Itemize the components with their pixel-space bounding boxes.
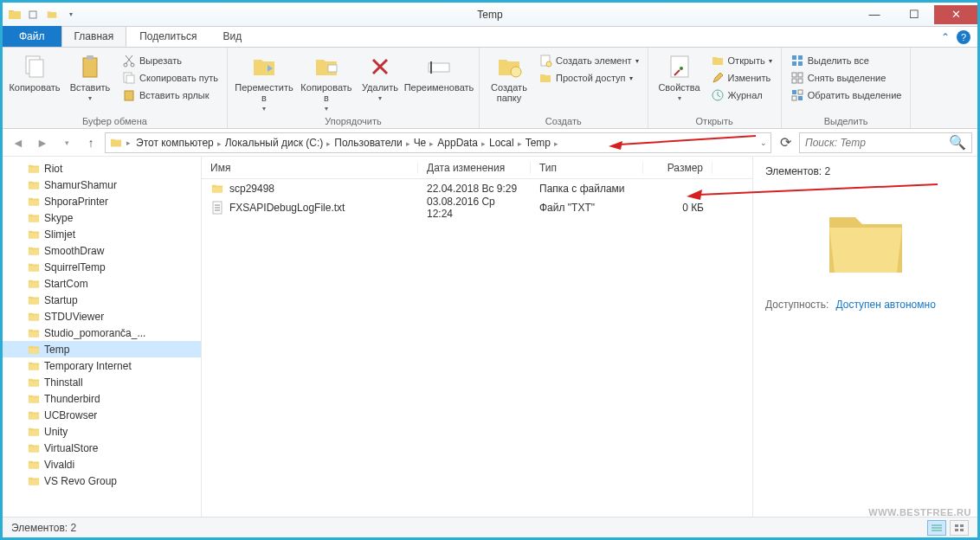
folder-icon — [8, 8, 22, 22]
invertselect-button[interactable]: Обратить выделение — [787, 87, 906, 103]
col-size[interactable]: Размер — [643, 162, 712, 174]
pasteshortcut-button[interactable]: Вставить ярлык — [119, 87, 222, 103]
easyaccess-button[interactable]: Простой доступ ▾ — [535, 70, 642, 86]
tree-item[interactable]: ShporaPrinter — [3, 193, 201, 209]
copyto-button[interactable]: Копировать в▾ — [297, 49, 356, 112]
details-view-button[interactable] — [927, 520, 946, 536]
tree-item[interactable]: Temp — [3, 341, 201, 357]
qat-button[interactable] — [25, 7, 41, 22]
history-button[interactable]: Журнал — [707, 87, 776, 103]
svg-rect-27 — [792, 90, 796, 94]
tree-item[interactable]: STDUViewer — [3, 308, 201, 325]
refresh-button[interactable]: ⟳ — [775, 132, 796, 153]
rename-button[interactable]: Переименовать — [404, 49, 474, 93]
svg-rect-12 — [430, 61, 432, 74]
chevron-up-icon[interactable]: ⌃ — [941, 31, 950, 43]
tree-item[interactable]: Slimjet — [3, 226, 201, 242]
chevron-down-icon[interactable]: ⌄ — [760, 138, 767, 147]
open-button[interactable]: Открыть ▾ — [707, 53, 776, 68]
selectnone-button[interactable]: Снять выделение — [787, 70, 906, 86]
copypath-button[interactable]: Скопировать путь — [119, 70, 222, 86]
folder-icon — [27, 294, 41, 306]
crumb[interactable]: Local — [487, 137, 516, 149]
up-button[interactable]: ↑ — [81, 132, 101, 153]
recent-dropdown[interactable]: ▾ — [56, 132, 77, 153]
tree-item[interactable]: ShamurShamur — [3, 177, 201, 193]
crumb[interactable]: Temp — [524, 137, 552, 149]
breadcrumb[interactable]: ▸ Этот компьютер▸Локальный диск (C:)▸Пол… — [105, 132, 771, 153]
forward-button[interactable]: ► — [32, 132, 53, 153]
chevron-right-icon[interactable]: ▸ — [552, 139, 560, 148]
tab-main[interactable]: Главная — [61, 26, 127, 47]
tree-item[interactable]: Vivaldi — [3, 456, 201, 472]
tree-item[interactable]: VS Revo Group — [3, 472, 201, 489]
tree-item[interactable]: Startup — [3, 292, 201, 308]
edit-button[interactable]: Изменить — [707, 70, 776, 86]
folder-icon — [210, 183, 224, 195]
chevron-right-icon[interactable]: ▸ — [404, 139, 412, 148]
tree-item[interactable]: SmoothDraw — [3, 242, 201, 259]
crumb[interactable]: Локальный диск (C:) — [223, 137, 326, 149]
chevron-right-icon[interactable]: ▸ — [428, 139, 435, 148]
tab-view[interactable]: Вид — [210, 26, 255, 47]
tree-item[interactable]: VirtualStore — [3, 440, 201, 456]
folder-icon — [27, 163, 41, 175]
col-date[interactable]: Дата изменения — [418, 162, 531, 174]
watermark: WWW.BESTFREE.RU — [868, 507, 971, 518]
back-button[interactable]: ◄ — [8, 132, 29, 153]
chevron-right-icon[interactable]: ▸ — [216, 139, 223, 148]
minimize-button[interactable]: — — [854, 5, 894, 24]
svg-rect-8 — [126, 75, 134, 83]
folder-icon — [27, 212, 41, 224]
folder-icon — [27, 360, 41, 372]
crumb[interactable]: Че — [412, 137, 429, 149]
tree-item[interactable]: Unity — [3, 423, 201, 440]
selectall-button[interactable]: Выделить все — [787, 53, 906, 68]
properties-button[interactable]: Свойства▾ — [654, 49, 706, 102]
tree-item[interactable]: StartCom — [3, 275, 201, 292]
crumb[interactable]: Пользователи — [332, 137, 403, 149]
help-icon[interactable]: ? — [957, 30, 970, 44]
delete-button[interactable]: Удалить▾ — [358, 49, 403, 102]
newitem-button[interactable]: Создать элемент ▾ — [535, 53, 642, 68]
maximize-button[interactable]: ☐ — [894, 5, 934, 24]
copy-button[interactable]: Копировать — [8, 49, 61, 93]
cut-button[interactable]: Вырезать — [119, 53, 222, 68]
tree-item[interactable]: Studio_pomoranča_... — [3, 325, 201, 341]
ribbon: Копировать Вставить▾ Вырезать Скопироват… — [3, 48, 977, 129]
qat-dropdown[interactable]: ▾ — [63, 7, 79, 22]
nav-tree[interactable]: RiotShamurShamurShporaPrinterSkypeSlimje… — [3, 157, 202, 517]
tree-item[interactable]: Riot — [3, 160, 201, 177]
list-row[interactable]: FXSAPIDebugLogFile.txt03.08.2016 Ср 12:2… — [202, 198, 752, 217]
paste-button[interactable]: Вставить▾ — [63, 49, 117, 102]
tree-item[interactable]: Thinstall — [3, 374, 201, 390]
tree-item[interactable]: SquirrelTemp — [3, 259, 201, 275]
tree-item[interactable]: Temporary Internet — [3, 357, 201, 374]
tree-item[interactable]: Thunderbird — [3, 390, 201, 407]
svg-rect-4 — [87, 55, 93, 60]
folder-icon — [822, 203, 909, 281]
folder-icon — [27, 344, 41, 356]
svg-rect-19 — [792, 55, 796, 60]
chevron-right-icon[interactable]: ▸ — [480, 139, 487, 148]
icons-view-button[interactable] — [950, 520, 969, 536]
chevron-right-icon[interactable]: ▸ — [516, 139, 524, 148]
tree-item[interactable]: Skype — [3, 209, 201, 226]
file-list[interactable]: scp2949822.04.2018 Вс 9:29Папка с файлам… — [202, 179, 752, 517]
moveto-button[interactable]: Переместить в▾ — [233, 49, 295, 112]
group-clipboard: Буфер обмена — [8, 114, 222, 128]
search-input[interactable]: 🔍 — [799, 132, 972, 153]
tree-item[interactable]: UCBrowser — [3, 407, 201, 423]
tab-share[interactable]: Поделиться — [126, 26, 210, 47]
svg-rect-26 — [798, 79, 803, 83]
close-button[interactable]: ✕ — [934, 5, 977, 24]
crumb[interactable]: AppData — [435, 137, 480, 149]
folder-icon — [27, 261, 41, 273]
qat-button[interactable] — [44, 7, 60, 22]
tab-file[interactable]: Файл — [3, 26, 61, 47]
col-type[interactable]: Тип — [531, 162, 643, 174]
newfolder-button[interactable]: Создать папку — [485, 49, 533, 103]
chevron-right-icon[interactable]: ▸ — [325, 139, 332, 148]
crumb[interactable]: Этот компьютер — [134, 137, 216, 149]
col-name[interactable]: Имя — [202, 162, 418, 174]
